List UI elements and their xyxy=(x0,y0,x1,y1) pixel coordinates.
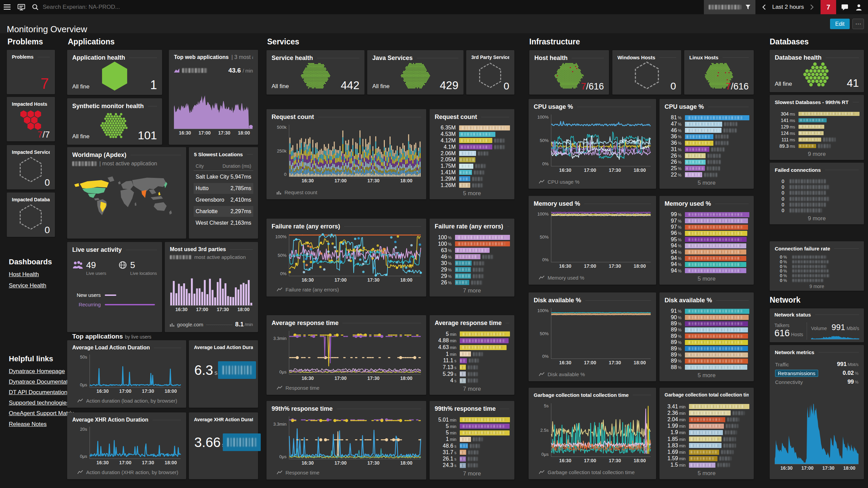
request-count-chart-tile[interactable]: Request count 500k250k0 16:3017:0017:301… xyxy=(267,109,426,199)
bar-list-row[interactable]: 96% xyxy=(664,230,749,236)
bar-list-row[interactable]: 4s xyxy=(434,377,510,384)
bar-list-row[interactable]: 2.05M xyxy=(434,157,510,163)
avg-response-list-tile[interactable]: Average response time 5min4.88min4.63min… xyxy=(430,315,514,395)
bar-list-row[interactable]: 89% xyxy=(664,327,749,333)
top-web-applications-tile[interactable]: Top web applications| 3 most active 43.6… xyxy=(169,50,258,145)
link-dt-api-documentation[interactable]: DT API Documentation xyxy=(9,389,67,396)
world-map[interactable] xyxy=(71,169,182,234)
management-zone-selector[interactable] xyxy=(704,0,755,14)
bar-list-row[interactable]: 25% xyxy=(664,165,749,172)
bar-list-row[interactable]: 26% xyxy=(434,279,510,286)
metric-row-connectivity[interactable]: Connectivity99% xyxy=(774,378,859,386)
p99-response-list-tile[interactable]: 99th% response time 5.01min5min5min1min4… xyxy=(430,401,514,480)
bar-list-row[interactable]: 1.99min xyxy=(664,423,749,429)
more-link[interactable]: 5 more xyxy=(659,180,754,186)
more-link[interactable]: 7 more xyxy=(430,470,514,477)
link-dynatrace-documentation[interactable]: Dynatrace Documentation xyxy=(9,379,76,385)
network-status-tile[interactable]: Network status Talkers 616Hosts Volume 9… xyxy=(770,308,864,342)
bar-list-row[interactable]: 48.6s xyxy=(434,443,510,449)
bar-list-row[interactable]: 0% xyxy=(774,260,860,264)
bar-list-row[interactable]: 1.26M xyxy=(434,182,510,188)
link-supported-technologies[interactable]: Supported technologies xyxy=(9,400,70,406)
avg-load-action-value-tile[interactable]: Average Load Action Duration 6.3s xyxy=(189,340,258,408)
search-input[interactable] xyxy=(42,3,213,11)
bar-list-row[interactable]: 99% xyxy=(664,211,749,218)
user-icon[interactable] xyxy=(852,0,866,14)
cpu-usage-list-tile[interactable]: CPU usage % 81%47%46%36%36%31%26%26%25%2… xyxy=(659,99,754,189)
bar-list-row[interactable]: 89% xyxy=(664,358,749,364)
dashboard-link-service-health[interactable]: Service Health xyxy=(9,282,46,289)
host-health-tile[interactable]: Host health 7/616 xyxy=(529,50,609,95)
bar-list-row[interactable]: 1.83min xyxy=(664,442,749,449)
bar-list-row[interactable]: 97% xyxy=(664,218,749,224)
bar-list-row[interactable]: 63% xyxy=(434,247,510,253)
bar-list-row[interactable]: 89.3ms xyxy=(774,143,860,149)
bar-list-row[interactable]: 4.1M xyxy=(434,144,510,150)
bar-list-row[interactable]: 24.3s xyxy=(434,462,510,469)
more-link[interactable]: 5 more xyxy=(659,372,754,379)
bar-list-row[interactable]: 1.69min xyxy=(664,449,749,455)
bar-list-row[interactable]: 0% xyxy=(774,255,860,260)
bar-list-row[interactable]: 304ms xyxy=(774,110,860,117)
bar-list-row[interactable]: 89% xyxy=(664,352,749,358)
bar-list-row[interactable]: 26.1s xyxy=(434,456,510,462)
bar-list-row[interactable]: 0 xyxy=(774,184,860,190)
disk-available-list-tile[interactable]: Disk available % 91%90%89%89%89%89%89%89… xyxy=(659,292,754,381)
bar-list-row[interactable]: 4.12M xyxy=(434,138,510,144)
dashboard-board-icon[interactable] xyxy=(14,0,28,14)
bar-list-row[interactable]: 4.63min xyxy=(434,344,510,351)
application-health-tile[interactable]: Application health All fine 1 xyxy=(67,50,162,95)
bar-list-row[interactable]: 1.59min xyxy=(664,455,749,462)
link-oneagent-support-matrix[interactable]: OneAgent Support Matrix xyxy=(9,410,74,417)
bar-list-row[interactable]: 1min xyxy=(434,436,510,443)
bar-list-row[interactable]: 89% xyxy=(664,321,749,327)
bar-list-row[interactable]: 1.41M xyxy=(434,169,510,176)
more-link[interactable]: 9 more xyxy=(770,151,864,158)
bar-list-row[interactable]: 100% xyxy=(434,241,510,247)
bar-list-row[interactable]: 0% xyxy=(774,269,860,273)
bar-list-row[interactable]: 95% xyxy=(664,237,749,243)
bar-list-row[interactable]: 1.75M xyxy=(434,163,510,169)
bar-list-row[interactable]: 36% xyxy=(664,134,749,140)
location-row[interactable]: Charlotte2,297ms xyxy=(194,206,253,217)
bar-list-row[interactable]: 100% xyxy=(434,234,510,241)
bar-list-row[interactable]: 26% xyxy=(664,159,749,165)
bar-list-row[interactable]: 81% xyxy=(664,115,749,121)
bar-list-row[interactable]: 1.5min xyxy=(664,462,749,468)
bar-list-row[interactable]: 5.29s xyxy=(434,371,510,378)
bar-list-row[interactable]: 29% xyxy=(434,266,510,273)
bar-list-row[interactable]: 1.9min xyxy=(664,429,749,436)
bar-list-row[interactable]: 46% xyxy=(434,253,510,260)
bar-list-row[interactable]: 89% xyxy=(664,339,749,345)
bar-list-row[interactable]: 90% xyxy=(664,314,749,320)
live-user-activity-tile[interactable]: Live user activity 49Live users 5Live lo… xyxy=(67,242,162,332)
time-range-label[interactable]: Last 2 hours xyxy=(772,4,804,11)
bar-list-row[interactable]: 4.53M xyxy=(434,131,510,138)
third-party-services-tile[interactable]: 3rd Party Services 0 xyxy=(466,50,514,95)
synthetic-monitor-health-tile[interactable]: Synthetic monitor health All fine 101 xyxy=(67,98,162,145)
location-row[interactable]: Hutto2,785ms xyxy=(194,183,253,194)
bar-list-row[interactable]: 5min xyxy=(434,331,510,338)
metric-row-retransmissions[interactable]: Retransmissions0.02% xyxy=(774,369,859,378)
bar-list-row[interactable]: 124ms xyxy=(774,130,860,136)
bar-list-row[interactable]: 94% xyxy=(664,243,749,249)
bar-list-row[interactable]: 0 xyxy=(774,202,860,207)
memory-used-list-tile[interactable]: Memory used % 99%97%97%96%95%94%94%94%94… xyxy=(659,196,754,285)
bar-list-row[interactable]: 30% xyxy=(434,260,510,266)
bar-list-row[interactable]: 88% xyxy=(664,364,749,370)
bar-list-row[interactable]: 26% xyxy=(664,152,749,159)
bar-list-row[interactable]: 31% xyxy=(664,146,749,153)
search-icon[interactable] xyxy=(32,4,39,11)
more-link[interactable]: 5 more xyxy=(659,276,754,282)
bar-list-row[interactable]: 1min xyxy=(434,351,510,358)
dashboard-link-host-health[interactable]: Host Health xyxy=(9,271,39,278)
bar-list-row[interactable]: 5min xyxy=(434,430,510,436)
more-link[interactable]: 5 more xyxy=(430,190,514,197)
bar-list-row[interactable]: 97% xyxy=(664,224,749,230)
bar-list-row[interactable]: 89% xyxy=(664,345,749,351)
bar-list-row[interactable]: 6.35M xyxy=(434,125,510,131)
slowest-locations-tile[interactable]: 5 Slowest Locations CityDuration (ms) Sa… xyxy=(189,147,258,239)
bar-list-row[interactable]: 94% xyxy=(664,268,749,274)
bar-list-row[interactable]: 5min xyxy=(434,423,510,429)
metric-row-traffic[interactable]: Traffic991Mbit/s xyxy=(774,360,859,369)
